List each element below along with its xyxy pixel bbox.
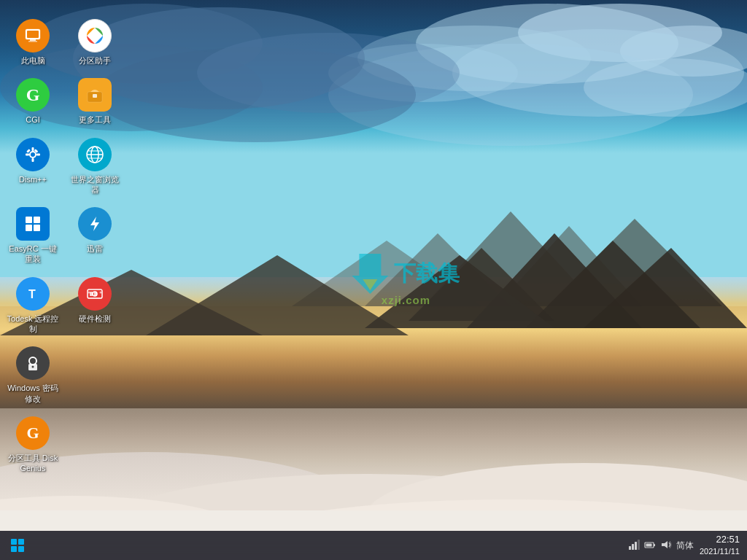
cgi-label: CGI	[26, 114, 40, 125]
svg-marker-19	[292, 241, 481, 306]
taskbar-left	[0, 531, 35, 560]
icon-world-browser[interactable]: 世界之窗浏览器	[66, 133, 124, 200]
easyrc-label: EasyRC 一键重装	[7, 244, 59, 265]
svg-marker-81	[662, 541, 667, 548]
icon-todesk[interactable]: T Todesk 远程控制	[4, 273, 62, 339]
icon-dism[interactable]: Dism++	[4, 133, 62, 200]
watermark-text: 下载集	[394, 259, 460, 289]
svg-rect-43	[93, 94, 97, 98]
world-browser-icon	[78, 138, 112, 171]
icon-cgi[interactable]: G CGI	[4, 74, 62, 129]
svg-text:T: T	[28, 288, 36, 300]
svg-marker-16	[423, 211, 598, 306]
svg-point-71	[32, 366, 34, 368]
win-password-icon	[16, 346, 50, 380]
hardware-detect-icon	[78, 277, 112, 311]
svg-marker-22	[525, 241, 700, 328]
svg-marker-73	[363, 279, 377, 290]
start-button[interactable]	[0, 531, 35, 560]
svg-rect-59	[26, 225, 32, 231]
svg-rect-80	[646, 543, 651, 546]
svg-rect-37	[30, 39, 36, 41]
icon-partition-assistant[interactable]: 分区助手	[66, 15, 124, 70]
svg-rect-79	[654, 544, 655, 546]
this-pc-icon	[16, 19, 50, 52]
svg-marker-21	[467, 233, 642, 328]
dism-icon	[16, 138, 50, 171]
svg-rect-58	[34, 217, 40, 223]
svg-rect-74	[629, 546, 631, 550]
svg-marker-72	[352, 254, 388, 294]
todesk-label: Todesk 远程控制	[7, 314, 59, 335]
more-tools-icon	[78, 78, 112, 112]
icon-win-password[interactable]: Windows 密码修改	[4, 342, 62, 408]
svg-rect-49	[36, 153, 40, 155]
svg-point-6	[328, 44, 518, 102]
partition-assistant-label: 分区助手	[79, 55, 111, 66]
this-pc-label: 此电脑	[21, 55, 45, 66]
partition-assistant-icon	[78, 19, 112, 52]
thunder-label: 迅雷	[87, 244, 103, 254]
svg-point-69	[29, 357, 36, 365]
icon-thunder[interactable]: 迅雷	[66, 203, 124, 269]
hardware-detect-label: 硬件检测	[79, 314, 111, 324]
desktop-icons-area: 此电脑 分区助手 G CGI	[0, 7, 131, 531]
svg-marker-23	[365, 255, 554, 328]
svg-marker-24	[584, 248, 747, 328]
watermark: 下载集 xzji.com	[352, 254, 460, 306]
svg-marker-20	[409, 248, 554, 321]
icon-hardware-detect[interactable]: 硬件检测	[66, 273, 124, 339]
easyrc-icon	[16, 207, 50, 241]
svg-rect-47	[32, 158, 34, 162]
svg-marker-17	[496, 226, 642, 306]
thunder-icon	[78, 207, 112, 241]
desktop: 此电脑 分区助手 G CGI	[0, 0, 747, 560]
sound-icon[interactable]	[660, 539, 672, 553]
todesk-icon: T	[16, 277, 50, 311]
svg-rect-77	[638, 540, 640, 550]
svg-rect-50	[26, 149, 31, 153]
svg-marker-15	[365, 233, 511, 306]
svg-point-3	[518, 4, 722, 62]
svg-point-68	[88, 291, 90, 293]
svg-point-14	[197, 33, 460, 113]
network-icon[interactable]	[628, 539, 640, 553]
diskgenius-icon: G	[16, 416, 50, 450]
svg-point-7	[452, 29, 744, 117]
svg-rect-60	[34, 225, 40, 231]
svg-rect-57	[26, 217, 32, 223]
diskgenius-label: 分区工具 DiskGenius	[7, 453, 59, 474]
systray-icons: 简体	[628, 539, 694, 553]
battery-icon[interactable]	[644, 539, 656, 553]
clock-time: 22:51	[716, 534, 740, 546]
svg-rect-48	[26, 153, 29, 155]
svg-rect-76	[635, 542, 637, 550]
language-indicator[interactable]: 简体	[676, 540, 694, 552]
taskbar: 简体 22:51 2021/11/11	[0, 531, 747, 560]
svg-point-40	[91, 32, 98, 39]
svg-point-5	[620, 26, 747, 77]
svg-point-9	[584, 58, 747, 117]
world-browser-label: 世界之窗浏览器	[69, 174, 121, 195]
svg-rect-46	[32, 147, 34, 151]
svg-point-45	[31, 152, 35, 157]
svg-point-12	[95, 47, 416, 142]
dism-label: Dism++	[19, 174, 47, 184]
svg-point-2	[416, 4, 678, 84]
icon-this-pc[interactable]: 此电脑	[4, 15, 62, 70]
clock[interactable]: 22:51 2021/11/11	[700, 534, 740, 556]
watermark-url: xzji.com	[382, 294, 430, 306]
svg-point-8	[328, 44, 693, 146]
icon-diskgenius[interactable]: G 分区工具 DiskGenius	[4, 412, 62, 478]
icon-easyrc[interactable]: EasyRC 一键重装	[4, 203, 62, 269]
clock-date: 2021/11/11	[700, 546, 740, 556]
svg-rect-75	[632, 544, 634, 550]
taskbar-right: 简体 22:51 2021/11/11	[628, 534, 747, 556]
svg-point-67	[100, 291, 102, 293]
win-password-label: Windows 密码修改	[7, 383, 59, 404]
cgi-icon: G	[16, 78, 50, 112]
windows-logo	[11, 539, 24, 552]
svg-marker-25	[146, 255, 409, 335]
svg-rect-38	[28, 41, 37, 42]
icon-more-tools[interactable]: 更多工具	[66, 74, 124, 129]
